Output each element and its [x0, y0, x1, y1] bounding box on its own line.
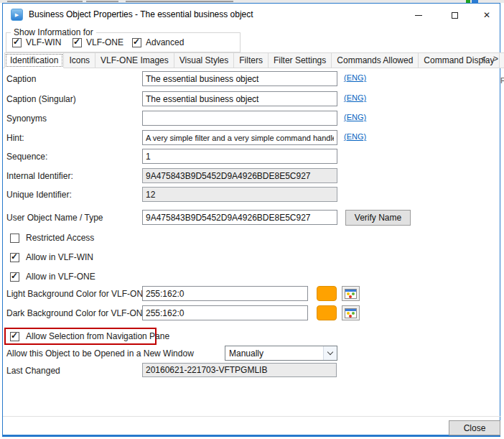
hint-lang-link[interactable]: (ENG) [344, 132, 366, 141]
checkbox-label: Allow in VLF-ONE [26, 272, 95, 282]
last-changed-field [142, 363, 337, 377]
tab-strip: Identification Icons VLF-ONE Images Visu… [3, 52, 501, 68]
synonyms-label: Synonyms [6, 114, 47, 124]
dark-bg-color-label: Dark Background Color for VLF-ONE [6, 308, 148, 318]
tab-custom-properties[interactable]: Custom Pr [500, 52, 504, 68]
open-new-window-dropdown[interactable]: Manually [225, 346, 337, 361]
light-bg-color-input[interactable] [142, 286, 308, 301]
checkbox-label: Advanced [146, 37, 184, 47]
hint-label: Hint: [6, 133, 24, 143]
tab-scroll-left-icon[interactable]: < [480, 54, 487, 64]
business-object-properties-dialog: ▶ Business Object Properties - The essen… [2, 3, 500, 437]
checkbox-label: Restricted Access [26, 233, 94, 243]
checkbox-vlf-one[interactable]: ✓ VLF-ONE [73, 37, 123, 47]
check-icon: ✓ [133, 37, 140, 47]
internal-identifier-field [142, 168, 337, 183]
caption-lang-link[interactable]: (ENG) [344, 73, 366, 82]
checkbox-vlf-win[interactable]: ✓ VLF-WIN [12, 37, 61, 47]
checkbox-box[interactable]: ✓ [132, 38, 141, 47]
play-icon: ▶ [15, 12, 19, 17]
sequence-input[interactable] [142, 149, 337, 164]
tab-filters[interactable]: Filters [234, 52, 269, 68]
check-icon: ✓ [11, 272, 18, 281]
dark-bg-color-picker-button[interactable] [342, 305, 360, 320]
groupbox-label: Show Information for [11, 27, 96, 37]
close-icon: ✕ [483, 11, 490, 19]
tab-visual-styles[interactable]: Visual Styles [174, 52, 234, 68]
checkbox-label: VLF-WIN [26, 37, 61, 47]
background-window-edge: P [500, 76, 504, 85]
maximize-button[interactable] [444, 8, 465, 22]
tab-scroll-controls: < > [480, 54, 500, 64]
last-changed-label: Last Changed [6, 366, 60, 376]
color-dialog-icon [345, 289, 357, 299]
open-new-window-label: Allow this Object to be Opened in a New … [6, 348, 194, 359]
background-toolbar-segment [126, 1, 233, 2]
window-title: Business Object Properties - The essenti… [29, 9, 253, 19]
chevron-down-icon [327, 349, 333, 355]
light-bg-color-swatch [317, 286, 337, 301]
tab-icons[interactable]: Icons [64, 52, 95, 68]
synonyms-lang-link[interactable]: (ENG) [344, 113, 366, 121]
check-icon: ✓ [13, 37, 20, 47]
hint-input[interactable] [142, 130, 337, 145]
unique-identifier-field [142, 187, 337, 202]
checkbox-box[interactable]: ✓ [12, 38, 22, 47]
checkbox-label: Allow Selection from Navigation Pane [26, 331, 169, 341]
checkbox-advanced[interactable]: ✓ Advanced [132, 37, 184, 47]
caption-label: Caption [6, 74, 36, 84]
title-bar[interactable]: ▶ Business Object Properties - The essen… [3, 4, 500, 25]
check-icon: ✓ [11, 331, 18, 341]
unique-identifier-label: Unique Identifier: [6, 190, 72, 200]
light-bg-color-picker-button[interactable] [342, 286, 360, 301]
synonyms-input[interactable] [142, 111, 337, 126]
minimize-icon [415, 15, 422, 16]
caption-input[interactable] [142, 71, 337, 86]
color-dialog-icon [345, 308, 357, 318]
checkbox-allow-vlf-win[interactable]: ✓ Allow in VLF-WIN [10, 252, 93, 262]
caption-singular-lang-link[interactable]: (ENG) [344, 93, 366, 102]
checkbox-label: VLF-ONE [86, 37, 123, 47]
tab-scroll-right-icon[interactable]: > [492, 54, 500, 64]
user-object-name-label: User Object Name / Type [6, 213, 103, 223]
screen: P ▶ Business Object Properties - The ess… [0, 0, 504, 439]
internal-identifier-label: Internal Identifier: [6, 171, 73, 181]
dark-bg-color-input[interactable] [142, 305, 308, 320]
tabs: Identification Icons VLF-ONE Images Visu… [4, 52, 504, 68]
check-icon: ✓ [11, 252, 18, 262]
show-information-groupbox: Show Information for ✓ VLF-WIN ✓ VLF-ONE… [6, 32, 241, 52]
tab-identification[interactable]: Identification [4, 52, 64, 68]
checkbox-box[interactable]: ✓ [10, 332, 19, 341]
dark-bg-color-swatch [317, 305, 337, 320]
footer-separator [3, 416, 501, 417]
checkbox-label: Allow in VLF-WIN [26, 252, 93, 262]
app-icon: ▶ [11, 9, 23, 21]
caption-singular-input[interactable] [142, 91, 337, 106]
checkbox-box[interactable]: ✓ [10, 272, 19, 282]
background-toolbar-segment [7, 1, 83, 2]
maximize-icon [452, 12, 458, 19]
checkbox-box[interactable]: ✓ [10, 253, 19, 262]
checkbox-box[interactable]: ✓ [73, 38, 82, 47]
dropdown-button[interactable] [323, 346, 337, 360]
verify-name-button[interactable]: Verify Name [345, 210, 411, 226]
tab-commands-allowed[interactable]: Commands Allowed [332, 52, 419, 68]
caption-singular-label: Caption (Singular) [6, 94, 76, 104]
checkbox-box[interactable] [10, 234, 19, 243]
background-toolbar-segment [86, 1, 118, 2]
light-bg-color-label: Light Background Color for VLF-ONE [6, 289, 149, 299]
dropdown-selected-value: Manually [229, 348, 263, 359]
check-icon: ✓ [73, 37, 80, 47]
checkbox-allow-selection-navigation-pane[interactable]: ✓ Allow Selection from Navigation Pane [10, 331, 169, 341]
checkbox-allow-vlf-one[interactable]: ✓ Allow in VLF-ONE [10, 272, 95, 282]
sequence-label: Sequence: [6, 152, 47, 162]
user-object-name-input[interactable] [142, 210, 337, 225]
close-button[interactable]: Close [449, 420, 500, 435]
tab-filter-settings[interactable]: Filter Settings [269, 52, 332, 68]
tab-vlf-one-images[interactable]: VLF-ONE Images [95, 52, 174, 68]
checkbox-restricted-access[interactable]: Restricted Access [10, 233, 94, 243]
close-window-button[interactable]: ✕ [476, 8, 498, 22]
minimize-button[interactable] [408, 8, 429, 22]
